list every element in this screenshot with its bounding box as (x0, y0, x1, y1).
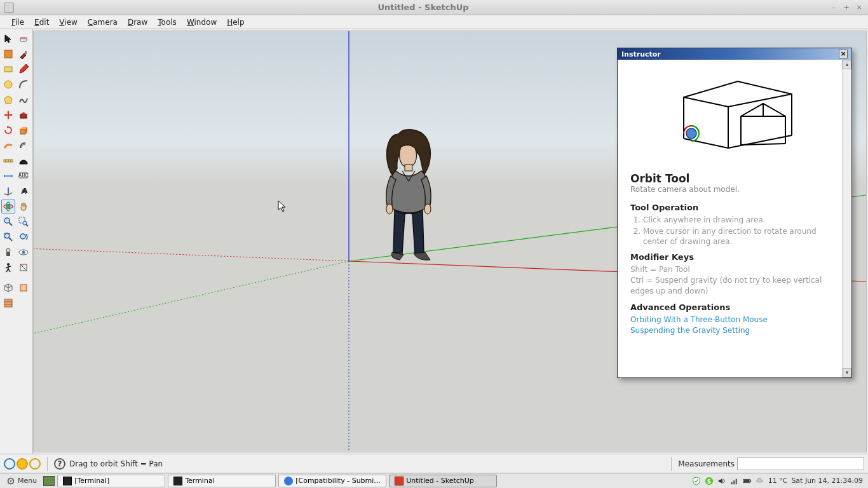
svg-rect-8 (20, 129, 25, 134)
tool-iso[interactable] (1, 281, 15, 295)
svg-point-56 (686, 128, 696, 139)
instructor-modifier-list: Shift = Pan Tool Ctrl = Suspend gravity … (630, 264, 839, 297)
instructor-advanced-link[interactable]: Suspending the Gravity Setting (630, 325, 839, 336)
person-icon[interactable] (4, 458, 15, 470)
svg-line-38 (20, 264, 27, 271)
instructor-close-button[interactable]: × (839, 50, 848, 58)
svg-line-46 (34, 261, 349, 335)
menu-window[interactable]: Window (182, 17, 222, 28)
scroll-down-icon[interactable]: ▾ (843, 368, 851, 377)
scroll-up-icon[interactable]: ▴ (843, 60, 851, 69)
tool-freehand[interactable] (17, 93, 31, 107)
measurements-input[interactable] (737, 458, 864, 470)
sketchup-icon (395, 477, 403, 485)
tool-move[interactable] (1, 108, 15, 122)
tool-tape[interactable] (1, 154, 15, 168)
window-controls: – + × (829, 3, 864, 12)
tool-dimension[interactable] (1, 169, 15, 183)
svg-line-17 (8, 193, 12, 195)
tool-eraser[interactable] (17, 32, 31, 46)
instructor-scrollbar[interactable]: ▴ ▾ (842, 60, 851, 377)
tool-rotate-red[interactable] (17, 108, 31, 122)
minimize-button[interactable]: – (829, 3, 839, 12)
menu-tools[interactable]: Tools (153, 17, 182, 28)
menu-help[interactable]: Help (222, 17, 249, 28)
weather-icon[interactable] (756, 477, 764, 485)
tool-rotate[interactable] (1, 123, 15, 137)
shield-icon[interactable] (692, 477, 701, 485)
tool-offset[interactable] (17, 139, 31, 152)
taskbar-item-terminal[interactable]: [Terminal] (57, 475, 165, 487)
svg-rect-61 (731, 482, 732, 484)
tool-text[interactable]: ABC (17, 169, 31, 183)
scale-figure (370, 125, 447, 271)
show-desktop-icon[interactable] (43, 476, 55, 486)
tool-lookaround[interactable] (17, 245, 31, 259)
terminal-icon (173, 477, 182, 485)
svg-line-30 (9, 238, 12, 241)
tool-line[interactable] (1, 47, 15, 61)
window-title: Untitled - SketchUp (18, 3, 829, 12)
tool-zoom-extents[interactable] (1, 230, 15, 244)
tool-pan[interactable] (17, 200, 31, 214)
taskbar-item-browser[interactable]: [Compatibility - Submi... (278, 475, 386, 487)
tool-rectangle[interactable] (1, 62, 15, 76)
tool-protractor[interactable] (17, 154, 31, 168)
instructor-operation-list: Click anywhere in drawing area. Move cur… (630, 215, 839, 247)
instructor-titlebar[interactable]: Instructor × (618, 48, 851, 60)
tool-zoom-window[interactable] (17, 215, 31, 229)
menu-file[interactable]: File (6, 17, 29, 28)
close-button[interactable]: × (854, 3, 864, 12)
maximize-button[interactable]: + (841, 3, 851, 12)
tool-pushpull[interactable] (17, 123, 31, 137)
os-menu-button[interactable]: Menu (3, 475, 41, 487)
instructor-advanced-link[interactable]: Orbiting With a Three-Button Mouse (630, 315, 839, 325)
svg-rect-65 (750, 480, 751, 482)
geo-location-icon[interactable] (17, 458, 28, 470)
tool-section[interactable] (17, 261, 31, 274)
svg-text:ABC: ABC (18, 173, 29, 179)
tool-paint[interactable] (17, 47, 31, 61)
network-icon[interactable] (730, 477, 739, 485)
tool-circle[interactable] (1, 78, 15, 92)
tool-zoom[interactable] (1, 215, 15, 229)
tool-walk[interactable] (1, 261, 15, 274)
taskbar-item-label: Untitled - SketchUp (406, 477, 474, 485)
tool-polygon[interactable] (1, 93, 15, 107)
tool-3dtext[interactable]: AA (17, 184, 31, 198)
instructor-modifier-heading: Modifier Keys (630, 252, 839, 262)
svg-point-51 (424, 204, 431, 214)
tool-pencil[interactable] (17, 62, 31, 76)
tool-followme[interactable] (1, 139, 15, 152)
window-titlebar: Untitled - SketchUp – + × (0, 0, 868, 15)
svg-point-21 (6, 205, 10, 208)
taskbar-clock[interactable]: Sat Jun 14, 21:34:09 (791, 477, 863, 485)
svg-line-25 (9, 222, 12, 226)
battery-icon[interactable] (743, 477, 752, 485)
menu-draw[interactable]: Draw (123, 17, 153, 28)
menu-view[interactable]: View (54, 17, 82, 28)
credits-icon[interactable] (29, 458, 41, 470)
svg-rect-62 (733, 480, 735, 484)
instructor-advanced-heading: Advanced Operations (630, 302, 839, 312)
tool-texture[interactable] (1, 296, 15, 310)
tool-orbit[interactable] (1, 200, 15, 214)
svg-point-24 (4, 218, 10, 223)
os-menu-label: Menu (18, 477, 37, 485)
taskbar-item-sketchup[interactable]: Untitled - SketchUp (389, 475, 497, 487)
taskbar-item-terminal[interactable]: Terminal (168, 475, 276, 487)
skype-icon[interactable]: S (705, 477, 714, 485)
tool-axes[interactable] (1, 184, 15, 198)
tool-select[interactable] (1, 32, 15, 46)
volume-icon[interactable] (717, 477, 726, 485)
tool-position[interactable] (1, 245, 15, 259)
tool-front[interactable] (17, 281, 31, 295)
help-icon[interactable]: ? (54, 458, 65, 470)
svg-rect-33 (6, 252, 10, 256)
viewport[interactable]: Instructor × (33, 30, 867, 452)
tool-previous[interactable] (17, 230, 31, 244)
menu-camera[interactable]: Camera (83, 17, 123, 28)
svg-marker-6 (4, 96, 12, 104)
menu-edit[interactable]: Edit (29, 17, 54, 28)
tool-arc[interactable] (17, 78, 31, 92)
